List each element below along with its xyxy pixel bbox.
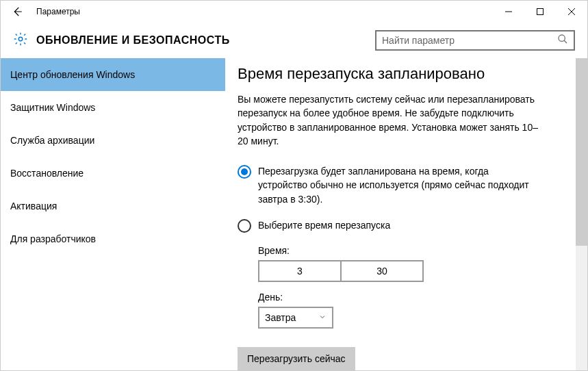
sidebar-item-label: Защитник Windows bbox=[10, 102, 95, 113]
sidebar-item-label: Активация bbox=[10, 201, 57, 212]
page-description: Вы можете перезапустить систему сейчас и… bbox=[238, 92, 539, 148]
restart-now-button[interactable]: Перезагрузить сейчас bbox=[238, 347, 355, 370]
radio-auto-schedule[interactable]: Перезагрузка будет запланирована на врем… bbox=[238, 164, 539, 206]
close-icon bbox=[568, 8, 575, 15]
day-value: Завтра bbox=[265, 312, 296, 323]
day-label: День: bbox=[258, 292, 568, 303]
svg-line-6 bbox=[564, 40, 567, 43]
titlebar: Параметры bbox=[1, 1, 587, 23]
gear-icon bbox=[13, 31, 28, 49]
maximize-icon bbox=[537, 8, 544, 15]
time-hour[interactable]: 3 bbox=[259, 261, 342, 281]
search-icon bbox=[557, 34, 568, 47]
sidebar-item-backup[interactable]: Служба архивации bbox=[1, 124, 225, 157]
chevron-down-icon bbox=[318, 312, 327, 323]
sidebar-item-label: Для разработчиков bbox=[10, 233, 96, 244]
time-label: Время: bbox=[258, 245, 568, 256]
svg-rect-1 bbox=[537, 9, 544, 15]
back-arrow-icon bbox=[11, 5, 23, 18]
search-input[interactable] bbox=[382, 35, 557, 46]
close-button[interactable] bbox=[556, 1, 587, 23]
minimize-icon bbox=[505, 8, 512, 15]
window-controls bbox=[493, 1, 587, 23]
sidebar-item-developers[interactable]: Для разработчиков bbox=[1, 222, 225, 255]
content-pane: Время перезапуска запланировано Вы может… bbox=[225, 58, 587, 370]
time-minute[interactable]: 30 bbox=[342, 261, 422, 281]
page-title: Время перезапуска запланировано bbox=[238, 65, 568, 83]
search-box[interactable] bbox=[375, 30, 575, 51]
scrollbar-thumb[interactable] bbox=[576, 58, 587, 246]
sidebar-item-label: Служба архивации bbox=[10, 135, 94, 146]
svg-point-5 bbox=[559, 35, 565, 41]
sidebar-item-defender[interactable]: Защитник Windows bbox=[1, 91, 225, 124]
radio-label: Выберите время перезапуска bbox=[258, 218, 390, 232]
radio-label: Перезагрузка будет запланирована на врем… bbox=[258, 164, 539, 206]
radio-icon bbox=[238, 219, 251, 233]
sidebar-item-label: Центр обновления Windows bbox=[10, 69, 135, 80]
sidebar: Центр обновления Windows Защитник Window… bbox=[1, 58, 225, 370]
radio-pick-time[interactable]: Выберите время перезапуска bbox=[238, 218, 539, 233]
svg-point-4 bbox=[18, 37, 23, 41]
sidebar-item-label: Восстановление bbox=[10, 168, 84, 179]
sidebar-item-recovery[interactable]: Восстановление bbox=[1, 157, 225, 190]
minimize-button[interactable] bbox=[493, 1, 524, 23]
radio-icon bbox=[238, 165, 251, 179]
sidebar-item-activation[interactable]: Активация bbox=[1, 190, 225, 222]
sidebar-item-windows-update[interactable]: Центр обновления Windows bbox=[1, 58, 225, 91]
scrollbar[interactable] bbox=[576, 58, 587, 370]
back-button[interactable] bbox=[1, 1, 34, 23]
time-picker[interactable]: 3 30 bbox=[258, 260, 424, 282]
day-select[interactable]: Завтра bbox=[258, 307, 333, 329]
header: ОБНОВЛЕНИЕ И БЕЗОПАСНОСТЬ bbox=[1, 23, 587, 58]
button-label: Перезагрузить сейчас bbox=[247, 353, 346, 364]
header-title: ОБНОВЛЕНИЕ И БЕЗОПАСНОСТЬ bbox=[36, 34, 230, 47]
window-title: Параметры bbox=[34, 7, 80, 16]
maximize-button[interactable] bbox=[524, 1, 556, 23]
